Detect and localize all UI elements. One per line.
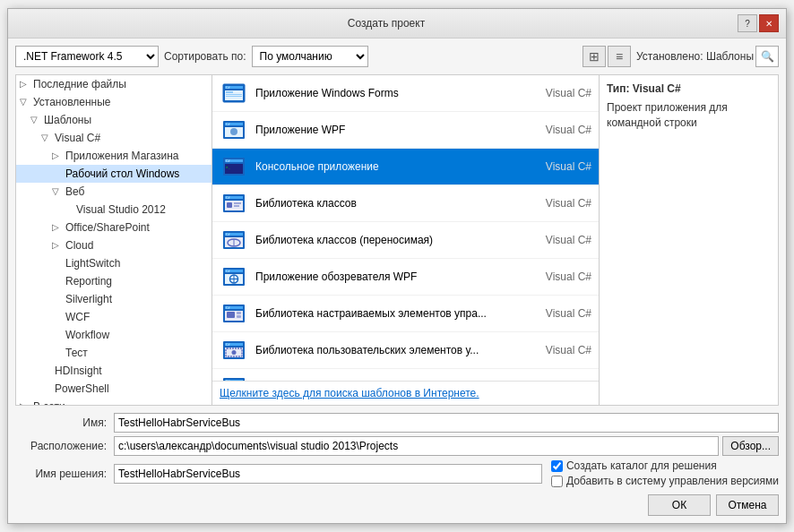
tree-item-online[interactable]: ▷ В сети — [16, 398, 211, 406]
svg-rect-43 — [237, 315, 241, 318]
tree-label-vs2012: Visual Studio 2012 — [76, 203, 166, 216]
description-type: Тип: Visual C# — [607, 82, 771, 95]
template-icon-usercontrol: C# — [220, 336, 248, 365]
tree-item-web[interactable]: ▽ Веб — [16, 183, 211, 201]
location-row: Расположение: Обзор... — [15, 436, 779, 456]
grid-view-button[interactable]: ⊞ — [583, 46, 606, 67]
ok-button[interactable]: ОК — [648, 494, 711, 516]
dialog-content: .NET Framework 4.5 .NET Framework 4.0 .N… — [8, 39, 786, 523]
tree-item-powershell[interactable]: PowerShell — [16, 380, 211, 398]
expand-icon-reporting — [52, 276, 63, 287]
tree-item-templates[interactable]: ▽ Шаблоны — [16, 111, 211, 129]
name-label: Имя: — [15, 416, 114, 429]
template-name-portablelib: Библиотека классов (переносимая) — [255, 234, 539, 246]
checkbox1-label: Создать каталог для решения — [566, 459, 717, 472]
svg-text:C#: C# — [226, 343, 230, 347]
svg-point-11 — [230, 128, 237, 135]
checkbox1-row[interactable]: Создать каталог для решения — [551, 459, 779, 472]
expand-icon-installed: ▽ — [20, 97, 30, 107]
template-item-empty[interactable]: C# Пустой проект Visual C# — [212, 369, 599, 381]
template-icon-customcontrol: C# — [220, 299, 248, 328]
tree-item-recent[interactable]: ▷ Последние файлы — [16, 75, 211, 93]
tree-item-test[interactable]: Тест — [16, 344, 211, 362]
create-project-dialog: Создать проект ? ✕ .NET Framework 4.5 .N… — [7, 8, 787, 524]
checkbox2-row[interactable]: Добавить в систему управления версиями — [551, 475, 779, 487]
search-box[interactable]: 🔍 — [755, 46, 779, 67]
tree-item-windows-desktop[interactable]: Рабочий стол Windows — [16, 165, 211, 183]
sort-select[interactable]: По умолчанию — [252, 46, 368, 67]
name-row: Имя: — [15, 413, 779, 433]
tree-label-workflow: Workflow — [65, 329, 109, 341]
location-input[interactable] — [114, 436, 719, 456]
svg-text:C#: C# — [226, 306, 230, 310]
title-bar: Создать проект ? ✕ — [8, 9, 786, 39]
tree-item-visual-cs[interactable]: ▽ Visual C# — [16, 129, 211, 147]
template-icon-wpfbrowser: C# — [220, 262, 248, 291]
expand-icon-online: ▷ — [20, 401, 30, 406]
sort-label: Сортировать по: — [164, 50, 246, 63]
template-item-customcontrol[interactable]: C# Библиотека настраиваемых элементов уп… — [212, 296, 599, 332]
expand-icon-vs2012 — [63, 204, 73, 215]
template-icon-winforms: C# — [220, 79, 248, 107]
tree-item-wcf[interactable]: WCF — [16, 308, 211, 326]
template-item-winforms[interactable]: C# Приложение Windows Forms Visual C# — [212, 75, 599, 112]
svg-rect-22 — [234, 202, 241, 204]
svg-text:C#: C# — [226, 123, 230, 126]
template-item-portablelib[interactable]: C# Библиотека классов (переносимая) Visu… — [212, 222, 599, 259]
framework-select[interactable]: .NET Framework 4.5 .NET Framework 4.0 .N… — [15, 46, 159, 67]
location-label: Расположение: — [15, 440, 114, 452]
svg-rect-41 — [227, 312, 235, 318]
tree-item-vs2012[interactable]: Visual Studio 2012 — [16, 201, 211, 219]
svg-rect-5 — [226, 94, 242, 95]
template-name-customcontrol: Библиотека настраиваемых элементов упра.… — [255, 307, 539, 320]
tree-item-installed[interactable]: ▽ Установленные — [16, 93, 211, 111]
checkbox1[interactable] — [551, 460, 563, 472]
tree-label-reporting: Reporting — [65, 275, 112, 287]
svg-text:C#: C# — [226, 159, 230, 163]
template-name-wpfbrowser: Приложение обозревателя WPF — [255, 270, 539, 283]
search-online-link[interactable]: Щелкните здесь для поиска шаблонов в Инт… — [220, 387, 479, 399]
checkbox2-label: Добавить в систему управления версиями — [566, 475, 779, 487]
browse-button[interactable]: Обзор... — [722, 436, 779, 456]
template-item-classlib[interactable]: C# Библиотека классов Visual C# — [212, 185, 599, 222]
tree-item-reporting[interactable]: Reporting — [16, 272, 211, 290]
template-item-usercontrol[interactable]: C# Библиотека пользовательских элементов… — [212, 332, 599, 369]
top-bar: .NET Framework 4.5 .NET Framework 4.0 .N… — [15, 46, 779, 67]
description-panel: Тип: Visual C# Проект приложения для ком… — [600, 74, 779, 406]
tree-item-office-sp[interactable]: ▷ Office/SharePoint — [16, 219, 211, 236]
template-item-wpfbrowser[interactable]: C# Приложение обозревателя WPF Visual C# — [212, 259, 599, 296]
tree-label-templates: Шаблоны — [44, 114, 91, 126]
tree-label-windows-desktop: Рабочий стол Windows — [65, 167, 179, 180]
template-icon-classlib: C# — [220, 189, 248, 218]
template-icon-portablelib: C# — [220, 226, 248, 254]
cancel-button[interactable]: Отмена — [716, 494, 779, 516]
tree-panel: ▷ Последние файлы ▽ Установленные ▽ Шабл… — [15, 74, 212, 406]
location-input-group: Обзор... — [114, 436, 779, 456]
template-item-wpf[interactable]: C# Приложение WPF Visual C# — [212, 112, 599, 149]
tree-item-workflow[interactable]: Workflow — [16, 326, 211, 344]
checkbox2[interactable] — [551, 476, 563, 487]
tree-item-lightswitch[interactable]: LightSwitch — [16, 254, 211, 272]
tree-item-hdinsight[interactable]: HDInsight — [16, 362, 211, 380]
template-item-console[interactable]: C# >_ Консольное приложение Visual C# — [212, 149, 599, 185]
solution-input[interactable] — [114, 464, 542, 484]
template-name-console: Консольное приложение — [255, 160, 539, 173]
expand-icon-silverlight — [52, 294, 63, 305]
template-icon-empty: C# — [220, 373, 248, 381]
installed-label: Установлено: Шаблоны — [636, 50, 754, 63]
expand-icon-lightswitch — [52, 258, 63, 269]
tree-item-cloud[interactable]: ▷ Cloud — [16, 236, 211, 254]
expand-icon-cloud: ▷ — [52, 240, 63, 251]
list-view-button[interactable]: ≡ — [608, 46, 631, 67]
tree-label-wcf: WCF — [65, 311, 90, 323]
svg-rect-42 — [237, 312, 241, 314]
name-input[interactable] — [114, 413, 779, 433]
close-button[interactable]: ✕ — [759, 14, 779, 32]
tree-item-store-apps[interactable]: ▷ Приложения Магазина — [16, 147, 211, 165]
help-button[interactable]: ? — [738, 14, 757, 32]
tree-item-silverlight[interactable]: Silverlight — [16, 290, 211, 308]
template-lang-usercontrol: Visual C# — [546, 344, 591, 356]
tree-label-lightswitch: LightSwitch — [65, 257, 120, 270]
template-name-winforms: Приложение Windows Forms — [255, 87, 539, 99]
dialog-title: Создать проект — [35, 17, 738, 30]
